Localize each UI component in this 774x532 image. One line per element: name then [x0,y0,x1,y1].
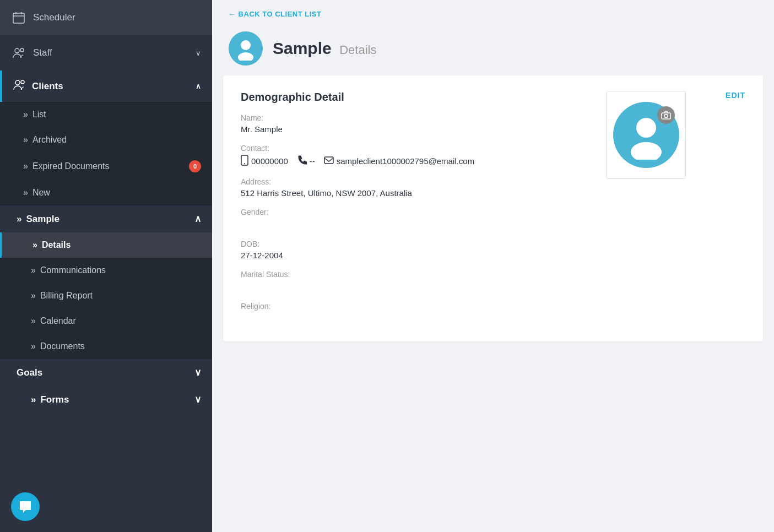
sidebar-item-staff[interactable]: Staff ∨ [0,35,212,70]
svg-point-9 [238,52,253,61]
svg-point-8 [241,40,251,50]
details-label: Details [42,240,71,250]
clients-icon [13,79,25,93]
billing-report-chevron-icon [31,291,36,301]
sidebar-item-expired-documents[interactable]: Expired Documents 0 [0,153,212,180]
mobile-value: 00000000 [251,156,288,166]
sidebar-item-list[interactable]: List [0,102,212,127]
scheduler-label: Scheduler [33,12,75,23]
documents-chevron-icon [31,341,36,351]
client-name: Sample [273,39,332,57]
list-chevron-icon [23,110,28,120]
goals-chevron-icon: ∨ [194,367,201,378]
staff-chevron-icon: ∨ [196,49,201,57]
svg-point-10 [636,118,656,138]
new-chevron-icon [23,188,28,198]
mobile-contact: 00000000 [241,155,288,167]
svg-point-4 [15,48,19,53]
new-label: New [33,188,50,198]
sidebar-item-communications[interactable]: Communications [0,258,212,283]
phone-value: -- [310,156,315,166]
documents-label: Documents [40,341,85,351]
sidebar-item-calendar[interactable]: Calendar [0,308,212,334]
staff-icon [11,45,26,61]
scheduler-icon [11,10,26,25]
billing-report-label: Billing Report [40,291,93,301]
demographic-detail-title: Demographic Detail [241,91,344,103]
email-icon [324,156,334,166]
client-photo-box [606,91,686,179]
goals-label: Goals [17,367,42,378]
communications-chevron-icon [31,265,36,275]
photo-avatar [613,102,679,168]
gender-value [241,219,745,230]
sidebar-item-documents[interactable]: Documents [0,334,212,359]
sidebar-item-forms[interactable]: Forms ∨ [0,386,212,413]
demographic-detail-card: Demographic Detail EDIT Name: [223,75,763,341]
sample-expand-icon: ∧ [194,213,201,225]
gender-label: Gender: [241,208,745,216]
calendar-chevron-icon [31,316,36,326]
email-contact: sampleclient1000002795@email.com [324,156,474,166]
svg-point-7 [21,80,24,84]
forms-expand-icon: ∨ [194,394,201,405]
svg-point-5 [20,48,24,52]
forms-label: Forms [40,394,69,405]
sample-label: Sample [26,214,59,225]
expired-documents-label: Expired Documents [33,161,110,171]
details-chevron-icon [33,240,37,250]
list-label: List [33,110,46,120]
sidebar-item-sample[interactable]: Sample ∧ [0,205,212,232]
client-header: Sample Details [212,24,774,75]
svg-rect-16 [324,157,333,164]
top-bar: ← BACK TO CLIENT LIST [212,0,774,24]
sidebar-item-details[interactable]: Details [0,232,212,258]
camera-button[interactable] [657,106,675,124]
staff-label: Staff [33,47,52,58]
sidebar: Scheduler Staff ∨ Clients ∧ [0,0,212,532]
client-subtitle: Details [339,43,376,57]
sample-chevron-icon [17,214,21,225]
svg-rect-0 [13,13,24,23]
email-value: sampleclient1000002795@email.com [337,156,474,166]
expired-docs-badge: 0 [189,160,201,172]
clients-label: Clients [32,81,63,92]
archived-label: Archived [33,135,67,145]
sidebar-item-billing-report[interactable]: Billing Report [0,283,212,308]
mobile-icon [241,155,248,167]
marital-status-label: Marital Status: [241,270,745,279]
svg-point-11 [631,142,662,160]
calendar-label: Calendar [40,316,76,326]
religion-value [241,313,745,324]
marital-status-field: Marital Status: [241,270,745,292]
back-to-client-list-link[interactable]: ← BACK TO CLIENT LIST [229,10,757,18]
forms-chevron-icon [31,394,36,405]
phone-contact: -- [297,155,315,167]
client-name-container: Sample Details [273,39,376,58]
svg-point-6 [15,80,20,85]
expired-docs-chevron-icon [23,161,28,171]
dob-value: 27-12-2004 [241,251,745,260]
sidebar-item-clients[interactable]: Clients ∧ [0,70,212,102]
gender-field: Gender: [241,208,745,230]
clients-chevron-icon: ∧ [196,82,201,90]
religion-field: Religion: [241,302,745,324]
dob-label: DOB: [241,240,745,248]
religion-label: Religion: [241,302,745,311]
chat-bubble[interactable] [11,492,40,521]
phone-icon [297,155,307,167]
archived-chevron-icon [23,135,28,145]
sidebar-item-archived[interactable]: Archived [0,127,212,153]
svg-point-13 [664,115,668,118]
sidebar-item-goals[interactable]: Goals ∨ [0,359,212,386]
sidebar-item-new[interactable]: New [0,180,212,205]
address-field: Address: 512 Harris Street, Ultimo, NSW … [241,177,745,198]
dob-field: DOB: 27-12-2004 [241,240,745,260]
sidebar-item-scheduler[interactable]: Scheduler [0,0,212,35]
client-avatar [229,31,263,66]
svg-point-15 [244,163,245,164]
svg-rect-12 [662,113,670,119]
communications-label: Communications [40,265,106,275]
address-value: 512 Harris Street, Ultimo, NSW 2007, Aus… [241,188,745,198]
edit-button[interactable]: EDIT [726,91,745,100]
